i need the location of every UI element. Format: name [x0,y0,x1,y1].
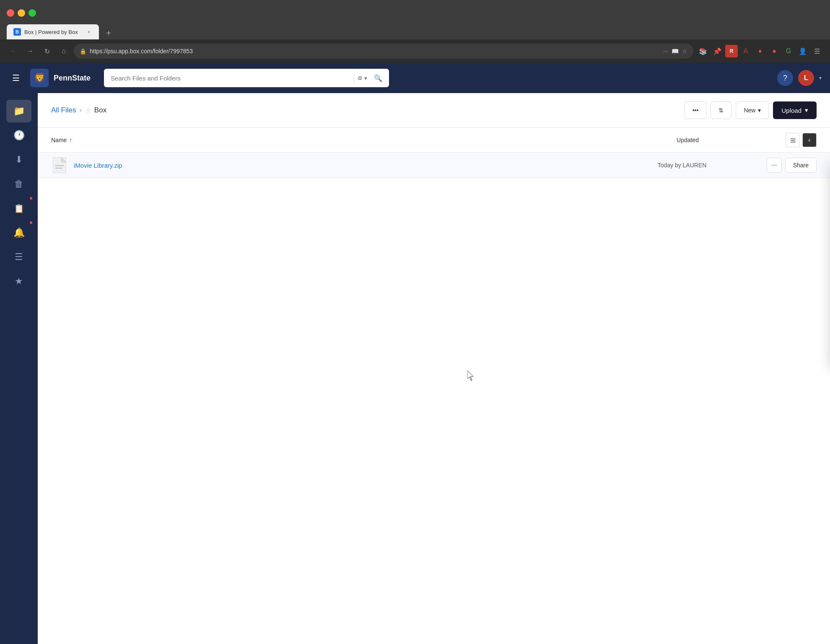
breadcrumb-star-icon[interactable]: ☆ [85,106,91,114]
more-options-label: ••• [693,107,699,114]
file-actions: ··· Share [767,158,817,173]
ext2-icon[interactable]: A [739,45,752,57]
url-more-icon[interactable]: ··· [663,48,668,55]
maximize-traffic-light[interactable] [29,9,36,17]
sidebar-item-notes[interactable]: 📋 [6,197,31,220]
sidebar-item-recents[interactable]: 🕐 [6,124,31,147]
filter-chevron-icon: ▾ [364,75,367,81]
grid-view-button[interactable]: ⊞ [786,133,800,147]
new-label: New [744,107,755,114]
sidebar-item-downloads[interactable]: ⬇ [6,148,31,171]
header-right: ? L ▾ [777,70,822,86]
app-body: 📁 🕐 ⬇ 🗑 📋 🔔 ☰ ★ [0,93,830,644]
recents-icon: 🕐 [13,130,25,141]
notes-icon: 📋 [14,203,24,213]
tab-title: Box | Powered by Box [24,29,82,35]
browser-menu-icon[interactable]: ☰ [811,45,823,57]
upload-chevron-icon: ▾ [805,106,808,114]
all-files-link[interactable]: All Files [51,106,76,114]
app-header: ☰ 🦁 PennState ⚙ ▾ 🔍 ? L ▾ [0,63,830,93]
sidebar: 📁 🕐 ⬇ 🗑 📋 🔔 ☰ ★ [0,93,38,644]
reader-mode-icon[interactable]: 📖 [672,48,679,55]
ext3-icon[interactable]: ♦ [754,45,766,57]
pennstate-logo: 🦁 [30,69,49,87]
home-button[interactable]: ⌂ [57,44,70,58]
tabs-bar: B Box | Powered by Box × + [0,22,830,39]
column-name-header[interactable]: Name ↑ [51,137,677,143]
file-updated: Today by LAUREN [658,162,767,169]
title-bar [0,0,830,22]
search-input[interactable] [111,75,350,82]
tab-favicon: B [13,28,21,36]
url-bar[interactable]: 🔒 https://psu.app.box.com/folder/7997853… [74,44,693,59]
reload-button[interactable]: ↻ [40,44,54,58]
filter-icon: ⚙ [358,75,363,81]
name-column-label: Name [51,137,67,143]
sidebar-item-files[interactable]: 📁 [6,100,31,122]
help-button[interactable]: ? [777,70,793,86]
sidebar-item-trash[interactable]: 🗑 [6,173,31,195]
file-name[interactable]: iMovie Library.zip [74,162,658,169]
ext1-icon[interactable]: R [725,45,738,57]
minimize-traffic-light[interactable] [18,9,25,17]
ext6-icon[interactable]: 👤 [796,45,809,57]
view-toggle: ⊞ ‹ [786,133,817,147]
files-icon: 📁 [13,106,25,117]
logo-area: 🦁 PennState [30,69,91,87]
user-avatar[interactable]: L [798,70,814,86]
header-actions: ••• ⇅ New ▾ Upload ▾ [685,101,817,119]
upload-button[interactable]: Upload ▾ [773,101,817,119]
tasks-icon: ☰ [15,252,23,262]
hamburger-menu-button[interactable]: ☰ [8,70,23,86]
user-dropdown-chevron[interactable]: ▾ [819,75,822,81]
sidebar-item-favorites[interactable]: ★ [6,270,31,293]
bookmark-icon[interactable]: ☆ [682,48,687,55]
address-bar: ← → ↻ ⌂ 🔒 https://psu.app.box.com/folder… [0,39,830,63]
search-submit-button[interactable]: 🔍 [374,74,382,82]
column-updated-header[interactable]: Updated [677,137,786,143]
new-tab-button[interactable]: + [102,27,115,39]
notes-notification-dot [29,196,33,200]
content-header: All Files › ☆ Box ••• ⇅ New ▾ [38,93,830,128]
file-more-button[interactable]: ··· [767,158,782,173]
favorites-icon: ★ [15,276,23,287]
search-bar[interactable]: ⚙ ▾ 🔍 [104,69,389,87]
sort-asc-icon: ↑ [69,137,72,143]
forward-button[interactable]: → [23,44,37,58]
file-icon [51,157,68,174]
traffic-lights [7,9,36,17]
list-view-button[interactable]: ‹ [802,133,817,147]
active-tab[interactable]: B Box | Powered by Box × [7,24,99,39]
trash-icon: 🗑 [14,179,23,190]
security-lock-icon: 🔒 [80,48,86,55]
tab-close-button[interactable]: × [86,29,92,35]
breadcrumb-separator: › [80,106,82,114]
table-row: iMovie Library.zip Today by LAUREN ··· S… [38,153,830,178]
search-filter-button[interactable]: ⚙ ▾ [354,73,371,83]
main-content: All Files › ☆ Box ••• ⇅ New ▾ [38,93,830,644]
updated-column-label: Updated [677,137,699,143]
new-chevron-icon: ▾ [758,107,761,114]
ext5-icon[interactable]: G [782,45,795,57]
pocket-icon[interactable]: 📌 [711,45,724,57]
library-icon[interactable]: 📚 [697,45,709,57]
upload-label: Upload [781,107,801,114]
sidebar-item-tasks[interactable]: ☰ [6,246,31,268]
file-list-header: Name ↑ Updated ⊞ ‹ [38,128,830,153]
url-text: https://psu.app.box.com/folder/7997853 [90,48,660,55]
mouse-cursor [467,371,477,381]
browser-toolbar: 📚 📌 R A ♦ ● G 👤 ☰ [697,45,823,57]
back-button[interactable]: ← [7,44,20,58]
sort-icon: ⇅ [718,107,724,114]
breadcrumb: All Files › ☆ Box [51,106,680,114]
downloads-icon: ⬇ [15,154,23,165]
sidebar-item-notifications[interactable]: 🔔 [6,221,31,244]
sort-button[interactable]: ⇅ [711,101,731,119]
more-options-button[interactable]: ••• [685,101,707,119]
breadcrumb-current: Box [94,106,106,114]
new-button[interactable]: New ▾ [736,101,769,119]
close-traffic-light[interactable] [7,9,14,17]
file-share-button[interactable]: Share [785,158,817,173]
bell-icon: 🔔 [13,227,25,238]
ext4-icon[interactable]: ● [768,45,781,57]
